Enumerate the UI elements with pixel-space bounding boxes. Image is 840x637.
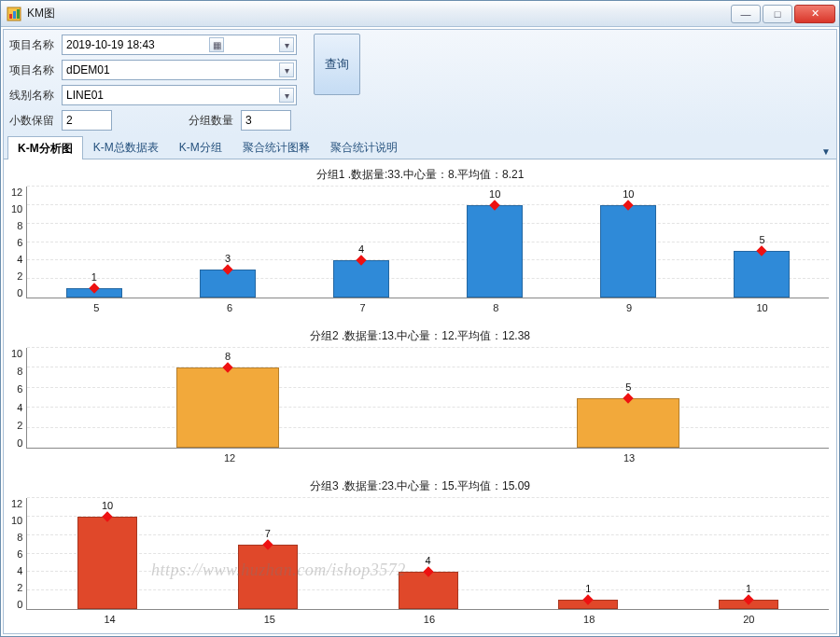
tab-K-M总数据表[interactable]: K-M总数据表 <box>83 135 169 159</box>
window-buttons: — □ ✕ <box>731 5 835 23</box>
y-tick-label: 4 <box>17 565 22 576</box>
bar-value-label: 10 <box>623 188 634 200</box>
x-tick-label: 10 <box>735 302 791 313</box>
chart-group-3: 分组3 .数据量:23.中心量：15.平均值：15.09121086420107… <box>11 477 829 625</box>
filter-form: 项目名称 2019-10-19 18:43 ▦ ▾ 项目名称 dDEM01 ▾ … <box>4 30 836 135</box>
bar: 10 <box>77 498 137 609</box>
minimize-button[interactable]: — <box>731 5 761 23</box>
x-tick-label: 14 <box>80 614 140 625</box>
decimal-input[interactable]: 2 <box>62 110 112 131</box>
calendar-icon[interactable]: ▦ <box>209 37 224 52</box>
y-tick-label: 2 <box>17 270 22 282</box>
tab-K-M分组[interactable]: K-M分组 <box>169 135 232 159</box>
y-tick-label: 6 <box>17 237 22 248</box>
y-tick-label: 0 <box>17 287 22 298</box>
tab-聚合统计说明[interactable]: 聚合统计说明 <box>320 135 408 159</box>
bar-value-label: 10 <box>489 188 500 200</box>
desktop-window: KM图 — □ ✕ 项目名称 2019-10-19 18:43 ▦ ▾ 项目名称… <box>0 0 840 637</box>
bar: 1 <box>719 498 778 609</box>
bar: 3 <box>200 187 256 298</box>
chart-title: 分组2 .数据量:13.中心量：12.平均值：12.38 <box>11 326 829 348</box>
chevron-down-icon[interactable]: ▾ <box>279 88 294 103</box>
chevron-down-icon[interactable]: ▾ <box>279 37 294 52</box>
tab-K-M分析图[interactable]: K-M分析图 <box>7 136 83 159</box>
y-tick-label: 10 <box>11 515 22 526</box>
bar-value-label: 10 <box>102 500 113 511</box>
bar: 1 <box>558 498 618 609</box>
project-name-label: 项目名称 <box>9 62 56 78</box>
tabstrip: K-M分析图K-M总数据表K-M分组聚合统计图释聚合统计说明▼ <box>4 135 836 159</box>
svg-rect-1 <box>9 14 12 19</box>
bar: 4 <box>399 498 458 609</box>
close-button[interactable]: ✕ <box>794 5 835 23</box>
bar-value-label: 4 <box>426 555 431 566</box>
group-count-input[interactable]: 3 <box>241 110 291 131</box>
project-name-select[interactable]: dDEM01 ▾ <box>62 60 297 80</box>
project-name-value: dDEM01 <box>66 63 110 76</box>
x-tick-label: 5 <box>68 302 124 313</box>
window-body: 项目名称 2019-10-19 18:43 ▦ ▾ 项目名称 dDEM01 ▾ … <box>3 29 837 634</box>
tab-聚合统计图释[interactable]: 聚合统计图释 <box>232 135 320 159</box>
bar: 10 <box>600 187 656 298</box>
bar-value-label: 7 <box>265 528 271 539</box>
y-tick-label: 2 <box>17 420 22 431</box>
svg-rect-3 <box>17 9 20 19</box>
tabstrip-dropdown-icon[interactable]: ▼ <box>816 145 836 159</box>
y-tick-label: 0 <box>17 599 22 610</box>
chevron-down-icon[interactable]: ▾ <box>279 62 294 77</box>
bar: 7 <box>238 498 298 609</box>
chart-group-2: 分组2 .数据量:13.中心量：12.平均值：12.38108642085121… <box>11 326 829 464</box>
group-count-value: 3 <box>245 114 252 127</box>
chart-title: 分组1 .数据量:33.中心量：8.平均值：8.21 <box>11 165 829 187</box>
x-tick-label: 6 <box>202 302 258 313</box>
line-label: 线别名称 <box>9 88 56 104</box>
y-tick-label: 8 <box>17 532 22 543</box>
decimal-value: 2 <box>66 114 73 127</box>
bar: 4 <box>333 187 389 298</box>
bar-value-label: 4 <box>358 243 364 255</box>
bar: 5 <box>734 187 790 298</box>
y-tick-label: 12 <box>11 187 22 198</box>
x-tick-label: 15 <box>240 614 300 625</box>
y-tick-label: 10 <box>11 348 22 359</box>
line-select[interactable]: LINE01 ▾ <box>62 85 297 105</box>
bar: 5 <box>577 348 679 448</box>
bar-value-label: 1 <box>585 583 591 594</box>
bar: 1 <box>66 187 122 298</box>
x-tick-label: 8 <box>468 302 524 313</box>
x-tick-label: 13 <box>578 452 680 464</box>
line-value: LINE01 <box>66 89 104 102</box>
bar-value-label: 1 <box>746 583 751 594</box>
project-date-value: 2019-10-19 18:43 <box>66 38 155 51</box>
x-tick-label: 12 <box>178 452 281 464</box>
x-tick-label: 16 <box>399 614 459 625</box>
y-tick-label: 4 <box>17 402 22 413</box>
bar: 10 <box>467 187 523 298</box>
y-tick-label: 8 <box>17 220 22 231</box>
y-tick-label: 8 <box>17 366 22 377</box>
y-tick-label: 6 <box>17 383 22 395</box>
project-date-label: 项目名称 <box>9 37 56 53</box>
y-tick-label: 0 <box>17 437 22 449</box>
decimal-label: 小数保留 <box>9 113 56 129</box>
chart-group-1: 分组1 .数据量:33.中心量：8.平均值：8.2112108642013410… <box>11 165 829 313</box>
maximize-button[interactable]: □ <box>763 5 792 23</box>
bar-value-label: 5 <box>759 234 764 245</box>
x-tick-label: 18 <box>559 614 619 625</box>
x-tick-label: 7 <box>335 302 391 313</box>
project-date-input[interactable]: 2019-10-19 18:43 ▦ ▾ <box>62 35 297 55</box>
bar-value-label: 3 <box>225 253 231 264</box>
y-tick-label: 4 <box>17 254 22 265</box>
group-count-label: 分组数量 <box>189 113 235 129</box>
bar-value-label: 5 <box>625 381 631 393</box>
charts-panel: 分组1 .数据量:33.中心量：8.平均值：8.2112108642013410… <box>4 159 836 633</box>
svg-rect-2 <box>13 11 16 19</box>
y-tick-label: 2 <box>17 582 22 593</box>
query-button[interactable]: 查询 <box>314 34 360 95</box>
bar: 8 <box>176 348 279 448</box>
title-bar[interactable]: KM图 — □ ✕ <box>1 1 839 27</box>
bar-value-label: 1 <box>91 271 97 283</box>
y-tick-label: 10 <box>11 203 22 215</box>
chart-title: 分组3 .数据量:23.中心量：15.平均值：15.09 <box>11 477 829 498</box>
y-tick-label: 12 <box>11 498 22 509</box>
